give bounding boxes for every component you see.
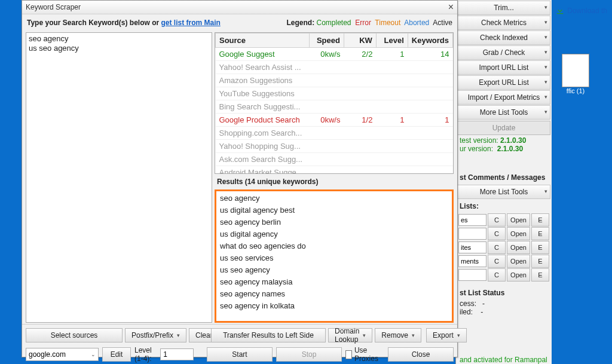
latest-version: test version: 2.1.0.30 xyxy=(456,136,552,145)
result-item[interactable]: seo agency malaysia xyxy=(220,276,448,288)
download-icon xyxy=(555,6,565,16)
engine-combo[interactable]: ⌄ xyxy=(26,348,99,361)
export-url-button[interactable]: Export URL List▾ xyxy=(457,75,550,90)
get-list-link[interactable]: get list from Main xyxy=(161,19,221,27)
source-row[interactable]: Google Product Search0kw/s1/211 xyxy=(216,114,453,127)
source-row[interactable]: Google Suggest0kw/s2/2114 xyxy=(216,48,453,61)
source-row[interactable]: YouTube Suggestions xyxy=(216,87,453,100)
col-source[interactable]: Source xyxy=(216,33,310,48)
list-c-button[interactable]: C xyxy=(488,213,506,227)
list-e-button[interactable]: E xyxy=(531,227,549,240)
checkbox-icon xyxy=(345,350,352,359)
stop-button[interactable]: Stop xyxy=(276,347,342,362)
result-item[interactable]: us digital agency xyxy=(220,228,448,240)
more-list-tools-button[interactable]: More List Tools▾ xyxy=(457,105,550,120)
check-metrics-button[interactable]: Check Metrics▾ xyxy=(457,16,550,30)
list-e-button[interactable]: E xyxy=(531,241,549,254)
list-open-button[interactable]: Open xyxy=(507,268,530,282)
source-row[interactable]: Amazon Suggestions xyxy=(216,74,453,87)
list-open-button[interactable]: Open xyxy=(507,241,530,254)
engine-input[interactable] xyxy=(26,350,88,359)
keywords-input[interactable]: seo agencyus seo agency xyxy=(26,32,212,323)
list-input[interactable] xyxy=(458,255,486,267)
keyword-line: us seo agency xyxy=(29,44,209,53)
use-proxies-label: Use Proxies xyxy=(354,346,381,363)
result-item[interactable]: us seo services xyxy=(220,252,448,264)
result-item[interactable]: seo agency names xyxy=(220,288,448,300)
result-item[interactable]: seo agency xyxy=(220,192,448,204)
result-item[interactable]: us seo agency xyxy=(220,264,448,276)
export-button[interactable]: Export xyxy=(426,328,467,342)
keyword-scraper-dialog: Keyword Scraper × Type your Search Keywo… xyxy=(22,0,458,357)
remove-button[interactable]: Remove xyxy=(375,328,421,342)
chevron-down-icon: ▾ xyxy=(544,34,547,40)
prompt-text: Type your Search Keyword(s) below or get… xyxy=(27,19,221,27)
list-c-button[interactable]: C xyxy=(488,255,506,268)
use-proxies-checkbox[interactable]: Use Proxies xyxy=(345,346,381,363)
domain-lookup-button[interactable]: Domain Lookup xyxy=(328,328,372,342)
titlebar[interactable]: Keyword Scraper × xyxy=(22,1,457,14)
desktop-file[interactable]: ffic (1) xyxy=(562,54,589,94)
list-row: C Open E xyxy=(458,255,549,268)
sources-table: Source Speed KW Level Keywords Google Su… xyxy=(215,33,453,174)
status-failed: iled: - xyxy=(456,308,552,316)
close-icon[interactable]: × xyxy=(448,2,454,13)
import-export-metrics-button[interactable]: Import / Export Metrics▾ xyxy=(457,90,550,105)
import-url-button[interactable]: Import URL List▾ xyxy=(457,60,550,75)
result-item[interactable]: what do seo agencies do xyxy=(220,240,448,252)
transfer-button[interactable]: Transfer Results to Left Side xyxy=(211,328,326,342)
download-link[interactable]: Download th xyxy=(555,6,607,16)
download-link-text: Download th xyxy=(567,7,607,15)
source-row[interactable]: Shopping.com Search... xyxy=(216,127,453,140)
list-c-button[interactable]: C xyxy=(488,268,506,282)
results-list[interactable]: seo agencyus digital agency bestseo agen… xyxy=(215,189,454,323)
list-status-header: st List Status xyxy=(456,286,552,299)
list-input[interactable] xyxy=(458,241,486,253)
col-level[interactable]: Level xyxy=(376,33,408,48)
comments-header: st Comments / Messages xyxy=(456,171,552,184)
check-indexed-button[interactable]: Check Indexed▾ xyxy=(457,30,550,45)
list-e-button[interactable]: E xyxy=(531,213,549,227)
col-keywords[interactable]: Keywords xyxy=(408,33,452,48)
select-sources-button[interactable]: Select sources xyxy=(26,328,123,342)
chevron-down-icon: ▾ xyxy=(544,79,547,85)
col-kw[interactable]: KW xyxy=(344,33,376,48)
list-open-button[interactable]: Open xyxy=(507,255,530,268)
list-e-button[interactable]: E xyxy=(531,268,549,282)
chevron-down-icon: ▾ xyxy=(544,64,547,70)
level-input[interactable] xyxy=(160,348,194,360)
list-input[interactable] xyxy=(458,228,486,240)
list-c-button[interactable]: C xyxy=(488,241,506,254)
source-row[interactable]: Bing Search Suggesti... xyxy=(216,100,453,114)
window-title: Keyword Scraper xyxy=(26,3,81,11)
list-c-button[interactable]: C xyxy=(488,227,506,240)
grab-check-button[interactable]: Grab / Check▾ xyxy=(457,45,550,60)
list-open-button[interactable]: Open xyxy=(507,213,530,227)
activated-label: and activated for Ramanpal Singh xyxy=(456,352,552,364)
chevron-down-icon: ▾ xyxy=(544,94,547,100)
source-row[interactable]: Yahoo! Shopping Sug... xyxy=(216,140,453,153)
edit-button[interactable]: Edit xyxy=(102,347,131,362)
list-input[interactable] xyxy=(458,214,486,226)
source-row[interactable]: Android Market Sugge... xyxy=(216,166,453,175)
list-input[interactable] xyxy=(458,269,486,281)
col-speed[interactable]: Speed xyxy=(309,33,344,48)
chevron-down-icon: ▾ xyxy=(544,4,547,10)
close-button[interactable]: Close xyxy=(388,347,454,362)
chevron-down-icon: ⌄ xyxy=(88,351,98,357)
result-item[interactable]: us digital agency best xyxy=(220,204,448,216)
update-button[interactable]: Update xyxy=(457,121,550,135)
source-row[interactable]: Yahoo! Search Assist ... xyxy=(216,61,453,74)
start-button[interactable]: Start xyxy=(207,347,273,362)
trim-button[interactable]: Trim...▾ xyxy=(457,1,550,15)
more-list-tools-2-button[interactable]: More List Tools▾ xyxy=(457,185,550,199)
your-version: ur version: 2.1.0.30 xyxy=(456,145,552,153)
sources-table-scroll[interactable]: Source Speed KW Level Keywords Google Su… xyxy=(215,32,454,174)
postfix-prefix-button[interactable]: Postfix/Prefix xyxy=(125,328,186,342)
result-item[interactable]: seo agency berlin xyxy=(220,216,448,228)
chevron-down-icon: ▾ xyxy=(544,19,547,25)
source-row[interactable]: Ask.com Search Sugg... xyxy=(216,153,453,166)
list-e-button[interactable]: E xyxy=(531,255,549,268)
list-open-button[interactable]: Open xyxy=(507,227,530,240)
result-item[interactable]: seo agency in kolkata xyxy=(220,300,448,312)
